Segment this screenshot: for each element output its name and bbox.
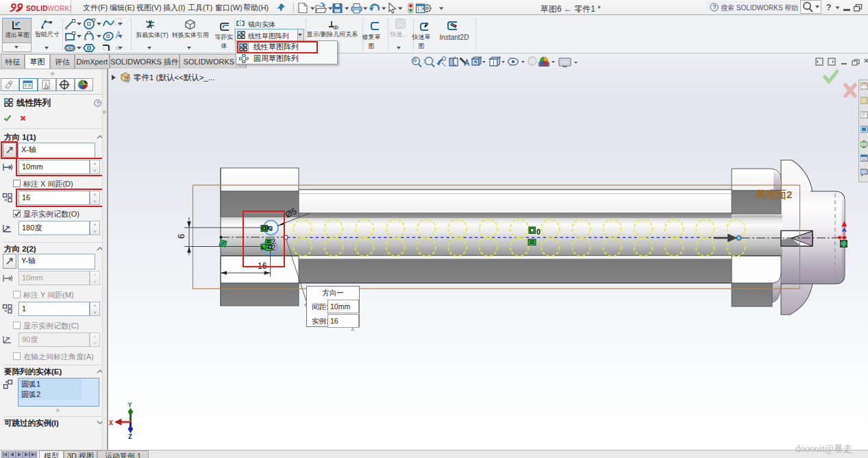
svg-text:6: 6 xyxy=(177,234,186,239)
svg-text:0: 0 xyxy=(536,228,541,236)
svg-text:2: 2 xyxy=(271,243,275,252)
svg-text:基准面2: 基准面2 xyxy=(755,189,792,200)
svg-text:X: X xyxy=(109,420,113,427)
svg-text:Z: Z xyxy=(128,433,132,441)
svg-text:Y: Y xyxy=(128,402,132,409)
